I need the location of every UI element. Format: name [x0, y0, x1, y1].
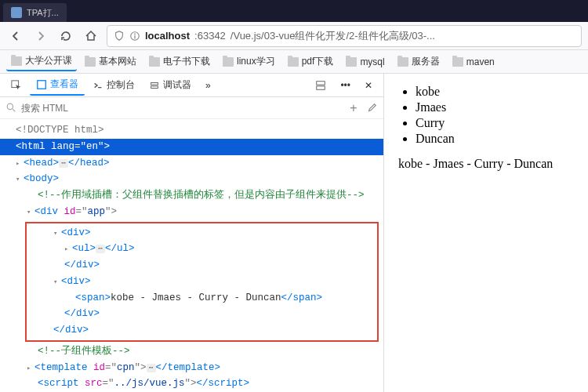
dom-node[interactable]: </div>: [27, 322, 377, 339]
dom-node[interactable]: <body>: [0, 171, 383, 187]
dom-search-input[interactable]: [21, 103, 341, 114]
devtools-panel: 查看器 控制台 调试器 » ••• ✕ + <!DOCTYPE html> <h…: [0, 74, 384, 392]
folder-icon: [397, 57, 408, 67]
svg-rect-2: [134, 35, 135, 38]
dom-tree[interactable]: <!DOCTYPE html> <html lang="en"> <head>⋯…: [0, 119, 383, 392]
devtools-tabbar: 查看器 控制台 调试器 » ••• ✕: [0, 74, 383, 97]
svg-point-9: [7, 103, 13, 109]
folder-icon: [11, 56, 22, 66]
info-icon[interactable]: [129, 31, 140, 42]
tab-debugger[interactable]: 调试器: [143, 75, 198, 95]
dom-node[interactable]: <div id="app">: [0, 204, 383, 220]
url-host: localhost: [145, 30, 190, 42]
devtools-menu-button[interactable]: •••: [334, 77, 357, 94]
expand-icon[interactable]: [64, 241, 72, 256]
dom-node[interactable]: <template id="cpn">⋯</template>: [0, 360, 383, 376]
list-item: Curry: [416, 116, 574, 130]
tabs-overflow[interactable]: »: [199, 77, 217, 94]
dom-node[interactable]: <head>⋯</head>: [0, 155, 383, 172]
dom-node[interactable]: <div>: [27, 274, 377, 290]
folder-icon: [452, 57, 463, 67]
add-element-button[interactable]: +: [346, 101, 361, 115]
dom-node[interactable]: <script src="../js/vue.js"></script>: [0, 376, 383, 392]
svg-rect-8: [317, 85, 325, 89]
list-item: Jmaes: [416, 100, 574, 114]
browser-toolbar: localhost:63342/Vue.js/03-vue组件化开发/2-组件化…: [0, 22, 588, 50]
folder-icon: [288, 57, 299, 67]
dom-node[interactable]: </div>: [27, 257, 377, 274]
dom-node[interactable]: <ul>⋯</ul>: [27, 241, 377, 257]
dom-node[interactable]: <div>: [27, 225, 377, 241]
bookmark-item[interactable]: linux学习: [218, 53, 280, 71]
bookmark-item[interactable]: 电子书下载: [144, 53, 215, 71]
home-button[interactable]: [82, 27, 100, 45]
bookmark-item[interactable]: maven: [448, 54, 499, 70]
dom-node[interactable]: </div>: [27, 306, 377, 322]
collapse-icon[interactable]: [53, 274, 61, 289]
tab-title: TPA打...: [27, 7, 59, 19]
names-list: kobe Jmaes Curry Duncan: [398, 85, 574, 146]
joined-names: kobe - Jmaes - Curry - Duncan: [398, 157, 574, 171]
dom-node-selected[interactable]: <html lang="en">: [0, 139, 383, 155]
folder-icon: [223, 57, 234, 67]
url-port: :63342: [194, 30, 226, 42]
back-button[interactable]: [6, 27, 25, 45]
window-titlebar: TPA打...: [0, 0, 588, 22]
bookmark-item[interactable]: 基本网站: [80, 53, 141, 71]
folder-icon: [149, 57, 160, 67]
search-icon: [6, 103, 16, 113]
shield-icon: [114, 31, 125, 42]
element-picker-button[interactable]: [5, 77, 28, 94]
page-viewport: kobe Jmaes Curry Duncan kobe - Jmaes - C…: [384, 74, 588, 392]
svg-rect-4: [38, 80, 46, 89]
collapse-icon[interactable]: [53, 226, 61, 241]
devtools-close-button[interactable]: ✕: [358, 77, 379, 94]
svg-point-1: [134, 33, 136, 34]
tab-console[interactable]: 控制台: [86, 75, 141, 95]
expand-icon[interactable]: [16, 156, 24, 171]
dom-node[interactable]: <span>kobe - Jmaes - Curry - Duncan</spa…: [27, 290, 377, 307]
bookmarks-bar: 大学公开课 基本网站 电子书下载 linux学习 pdf下载 mysql 服务器…: [0, 50, 588, 74]
ellipsis-icon[interactable]: ⋯: [59, 159, 68, 168]
folder-icon: [346, 57, 357, 67]
svg-rect-6: [151, 85, 158, 88]
dom-comment[interactable]: <!--作用域插槽：父组件替换插槽的标签，但是内容由子组件来提供-->: [0, 187, 383, 204]
bookmark-item[interactable]: 大学公开课: [6, 52, 77, 71]
folder-icon: [85, 57, 96, 67]
dom-search-bar: +: [0, 97, 383, 119]
content-area: 查看器 控制台 调试器 » ••• ✕ + <!DOCTYPE html> <h…: [0, 74, 588, 392]
collapse-icon[interactable]: [27, 205, 34, 220]
bookmark-item[interactable]: pdf下载: [283, 53, 339, 71]
list-item: Duncan: [416, 132, 574, 146]
url-path: /Vue.js/03-vue组件化开发/2-组件化高级/03-...: [230, 29, 435, 43]
bookmark-item[interactable]: mysql: [341, 54, 389, 70]
highlight-region: <div> <ul>⋯</ul> </div> <div> <span>kobe…: [25, 222, 379, 342]
split-console-button[interactable]: [309, 77, 332, 94]
url-bar[interactable]: localhost:63342/Vue.js/03-vue组件化开发/2-组件化…: [107, 25, 582, 47]
dom-node[interactable]: <!DOCTYPE html>: [0, 122, 383, 139]
dom-comment[interactable]: <!--子组件模板-->: [0, 343, 383, 360]
ellipsis-icon[interactable]: ⋯: [147, 364, 156, 372]
browser-tab[interactable]: TPA打...: [3, 3, 67, 22]
eyedropper-icon[interactable]: [366, 103, 377, 114]
svg-rect-7: [317, 81, 325, 84]
ellipsis-icon[interactable]: ⋯: [96, 245, 105, 253]
collapse-icon[interactable]: [16, 172, 24, 187]
page-favicon: [11, 7, 22, 18]
svg-rect-5: [151, 82, 158, 85]
tab-inspector[interactable]: 查看器: [30, 74, 85, 96]
bookmark-item[interactable]: 服务器: [393, 53, 445, 71]
list-item: kobe: [416, 85, 574, 99]
expand-icon[interactable]: [27, 361, 34, 376]
forward-button[interactable]: [31, 27, 50, 45]
reload-button[interactable]: [56, 27, 75, 45]
